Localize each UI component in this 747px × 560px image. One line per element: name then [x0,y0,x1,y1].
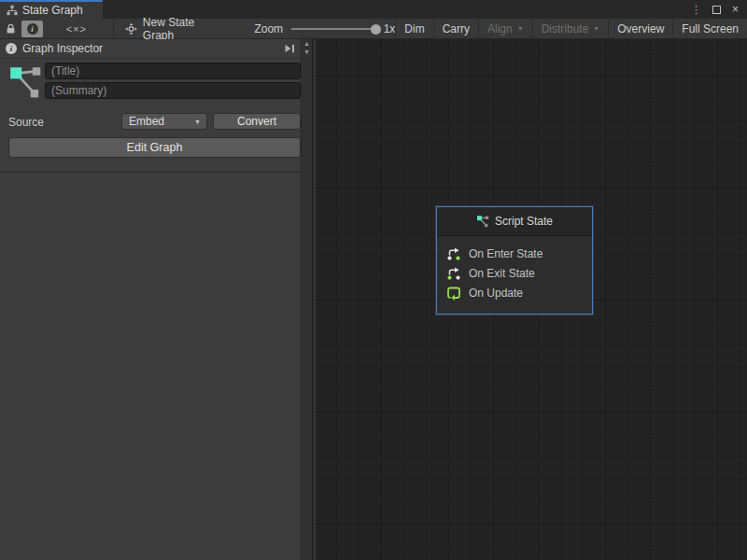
state-graph-icon [476,215,489,228]
dock-right-icon [284,44,295,53]
inspector-toggle-button[interactable]: i [21,21,42,37]
node-title: Script State [495,215,553,228]
graph-inspector-panel: i Graph Inspector Source Embed ▼ Convert… [0,39,314,560]
dock-panel-button[interactable] [284,44,295,53]
state-graph-tab-icon [7,5,18,16]
event-row-on-exit-state: On Exit State [446,263,583,283]
graph-canvas[interactable]: Script State On Enter State O [316,39,747,560]
panel-divider [0,172,301,174]
overview-button[interactable]: Overview [608,19,672,38]
state-graph-icon [8,63,44,99]
window-controls: ⋮ × [691,0,747,19]
inspector-scrollbar[interactable]: ▲ ▼ [301,39,312,560]
zoom-slider[interactable] [291,23,375,35]
info-icon: i [6,43,17,54]
zoom-slider-track[interactable] [291,28,375,30]
script-state-node[interactable]: Script State On Enter State O [436,206,593,315]
carry-button[interactable]: Carry [433,19,478,38]
on-update-icon [446,286,461,301]
new-state-graph-button[interactable]: New State Graph [114,19,234,38]
distribute-button[interactable]: Distribute ▼ [532,19,609,38]
carry-label: Carry [443,22,470,35]
tab-state-graph[interactable]: State Graph [0,0,103,19]
zoom-value: 1x [384,22,396,35]
event-label: On Enter State [469,247,543,260]
on-exit-state-icon [446,266,461,281]
event-row-on-enter-state: On Enter State [446,244,583,263]
align-label: Align [487,22,513,35]
info-icon: i [27,23,38,35]
maximize-icon[interactable] [712,6,721,14]
zoom-slider-handle[interactable] [371,24,381,35]
summary-field[interactable] [45,82,301,99]
code-view-button[interactable]: <×> [51,19,102,38]
graph-toolbar: i <×> New State Graph Zoom 1x Dim Carry … [0,19,747,39]
title-field[interactable] [45,63,301,79]
scroll-down-icon[interactable]: ▼ [303,48,310,56]
title-bar: State Graph ⋮ × [0,0,747,19]
chevron-down-icon: ▼ [593,25,599,32]
source-label: Source [8,116,44,129]
event-row-on-update: On Update [446,283,583,302]
lock-button[interactable] [0,19,21,38]
dim-label: Dim [404,22,424,35]
window-menu-icon[interactable]: ⋮ [691,5,701,15]
on-enter-state-icon [446,246,461,261]
script-state-node-body: On Enter State On Exit State On Update [437,236,592,302]
compass-icon [125,22,137,35]
source-dropdown[interactable]: Embed ▼ [121,113,207,130]
dim-button[interactable]: Dim [395,19,432,38]
distribute-label: Distribute [542,22,589,35]
tab-title: State Graph [22,4,83,17]
close-icon[interactable]: × [732,4,739,15]
convert-button[interactable]: Convert [213,113,301,130]
toolbar-right-group: Dim Carry Align ▼ Distribute ▼ Overview … [395,19,747,38]
chevron-down-icon: ▼ [194,119,201,125]
event-label: On Update [469,287,523,300]
scroll-up-icon[interactable]: ▲ [303,39,310,48]
lock-icon [6,23,16,35]
graph-inspector-header: i Graph Inspector [0,39,301,59]
zoom-label: Zoom [254,22,283,35]
chevron-down-icon: ▼ [517,25,524,32]
overview-label: Overview [617,22,664,35]
event-label: On Exit State [469,267,535,280]
code-icon: <×> [66,23,87,35]
full-screen-label: Full Screen [682,22,739,35]
full-screen-button[interactable]: Full Screen [672,19,747,38]
script-state-node-header[interactable]: Script State [437,207,592,236]
graph-inspector-title: Graph Inspector [22,42,103,55]
align-button[interactable]: Align ▼ [478,19,532,38]
new-state-graph-label: New State Graph [143,16,223,42]
edit-graph-button[interactable]: Edit Graph [8,137,301,158]
source-dropdown-value: Embed [129,115,164,128]
